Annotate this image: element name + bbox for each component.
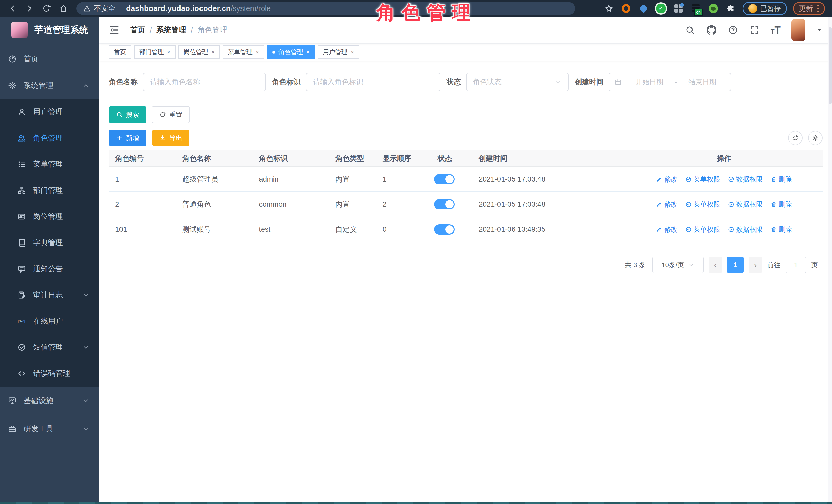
sidebar-item-menu[interactable]: 菜单管理 [0,151,100,178]
search-icon[interactable] [684,25,695,35]
tab-close-icon[interactable]: × [350,49,354,56]
sidebar-item-dict[interactable]: 字典管理 [0,230,100,256]
breadcrumb-item[interactable]: 首页 [130,25,145,35]
status-select[interactable]: 角色状态 [466,73,569,91]
search-button[interactable]: 搜索 [109,106,147,123]
tab-close-icon[interactable]: × [306,49,310,56]
sidebar-item-infra[interactable]: 基础设施 [0,387,100,415]
extensions-puzzle-icon[interactable] [725,3,736,14]
reset-button[interactable]: 重置 [152,106,190,123]
sidebar-item-dev-tools[interactable]: 研发工具 [0,415,100,443]
add-button[interactable]: 新增 [109,130,147,146]
action-edit-link[interactable]: 修改 [656,200,678,209]
extension-monkey-icon[interactable] [708,3,719,14]
extension-tampermonkey-icon[interactable]: on [691,3,701,14]
sms-icon [17,343,26,352]
logo-row[interactable]: 芋道管理系统 [0,17,100,43]
created-time-cell: 2021-01-06 13:49:35 [472,226,626,234]
action-edit-link[interactable]: 修改 [656,225,678,234]
page-number-1[interactable]: 1 [727,257,744,273]
browser-forward-icon[interactable] [24,3,35,15]
action-delete-link[interactable]: 删除 [771,225,792,234]
sidebar-item-dept[interactable]: 部门管理 [0,178,100,204]
filter-form: 角色名称 角色标识 状态 角色状态 [109,73,823,91]
status-toggle[interactable] [434,199,454,209]
action-menu-perm-link[interactable]: 菜单权限 [685,225,720,234]
update-button[interactable]: 更新 [793,2,825,15]
role-key-input[interactable] [306,73,441,91]
font-size-icon[interactable]: TT [771,25,781,35]
kebab-menu-icon[interactable] [817,5,819,12]
action-menu-perm-link[interactable]: 菜单权限 [685,175,720,184]
scrollbar-thumb[interactable] [829,27,832,104]
column-settings-button[interactable] [808,131,823,145]
bookmark-star-icon[interactable] [603,3,615,15]
github-icon[interactable] [706,25,717,35]
avatar-caret-down-icon[interactable] [816,27,823,33]
annotation-overlay-text: 角色管理 [376,0,477,26]
fullscreen-icon[interactable] [749,25,760,35]
tab-close-icon[interactable]: × [211,49,215,56]
pagination: 共 3 条 10条/页 ‹ 1 › 前往 页 [109,257,823,273]
date-range-picker[interactable]: 开始日期 - 结束日期 [609,73,731,91]
breadcrumb-item[interactable]: 系统管理 [156,25,186,35]
next-page-button[interactable]: › [749,257,762,273]
action-edit-link[interactable]: 修改 [656,175,678,184]
table-header-cell: 操作 [626,154,823,163]
sidebar-item-sms[interactable]: 短信管理 [0,334,100,361]
end-date-placeholder: 结束日期 [679,77,726,87]
role-name-input[interactable] [143,73,266,91]
sidebar-item-user[interactable]: 用户管理 [0,99,100,125]
tools-icon [8,424,17,433]
tab-post[interactable]: 岗位管理× [178,45,220,59]
sidebar-collapse-icon[interactable] [109,24,120,36]
address-bar[interactable]: 不安全 dashboard.yudao.iocoder.cn /system/r… [76,2,575,15]
table-cell: 测试账号 [176,224,253,234]
chevron-down-icon [82,397,90,404]
action-menu-perm-link[interactable]: 菜单权限 [685,200,720,209]
help-question-icon[interactable] [728,25,738,35]
paused-pill[interactable]: 已暂停 [743,2,787,15]
extension-orange-icon[interactable] [621,3,631,14]
extension-grid-icon[interactable] [673,3,684,14]
action-delete-link[interactable]: 删除 [771,175,792,184]
sidebar-item-system[interactable]: 系统管理 [0,72,100,99]
goto-page-input[interactable] [786,257,806,273]
edit-icon [656,176,662,183]
page-scrollbar[interactable] [828,17,832,504]
sidebar-item-post[interactable]: 岗位管理 [0,204,100,230]
action-data-perm-link[interactable]: 数据权限 [728,225,763,234]
sidebar-item-notice[interactable]: 通知公告 [0,256,100,282]
browser-reload-icon[interactable] [41,3,52,15]
page-size-select[interactable]: 10条/页 [652,257,704,273]
tab-dept[interactable]: 部门管理× [134,45,176,59]
sidebar-item-online-user[interactable]: [0x0]在线用户 [0,308,100,334]
tab-close-icon[interactable]: × [256,49,259,56]
status-toggle[interactable] [434,174,454,184]
tab-menu[interactable]: 菜单管理× [223,45,264,59]
action-data-perm-link[interactable]: 数据权限 [728,175,763,184]
action-delete-link[interactable]: 删除 [771,200,792,209]
status-toggle[interactable] [434,224,454,235]
browser-back-icon[interactable] [7,3,19,15]
edit-icon [656,201,662,208]
tab-close-icon[interactable]: × [167,49,171,56]
sidebar-item-label: 菜单管理 [33,159,63,169]
export-button[interactable]: 导出 [152,130,189,146]
extension-drop-icon[interactable] [638,3,649,14]
tab-user[interactable]: 用户管理× [318,45,359,59]
tab-home[interactable]: 首页 [109,45,131,59]
sidebar-item-error-code[interactable]: 错误码管理 [0,361,100,387]
refresh-table-button[interactable] [788,131,803,145]
action-data-perm-link[interactable]: 数据权限 [728,200,763,209]
browser-home-icon[interactable] [57,3,69,15]
sidebar-item-audit-log[interactable]: 审计日志 [0,282,100,308]
extension-green-check-icon[interactable]: ✓ [656,3,666,14]
delete-icon [771,227,777,233]
tab-role[interactable]: 角色管理× [267,45,315,59]
sidebar-item-home[interactable]: 首页 [0,46,100,72]
user-avatar[interactable] [791,19,805,41]
prev-page-button[interactable]: ‹ [709,257,722,273]
table-cell: 0 [376,226,432,234]
sidebar-item-role[interactable]: 角色管理 [0,125,100,151]
